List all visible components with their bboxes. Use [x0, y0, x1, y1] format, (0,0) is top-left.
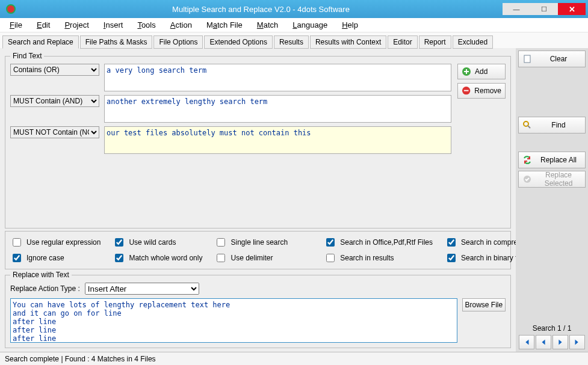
- tab-report[interactable]: Report: [419, 35, 451, 49]
- svg-point-4: [524, 121, 528, 126]
- window-title: Multiple Search and Replace V2.0 - 4dots…: [19, 5, 503, 14]
- replace-all-button[interactable]: Replace All: [518, 152, 586, 168]
- cb-ignore-case[interactable]: Ignore case: [10, 252, 101, 264]
- nav-first-button[interactable]: [519, 335, 534, 349]
- clear-button[interactable]: Clear: [518, 51, 586, 67]
- tab-file-paths[interactable]: File Paths & Masks: [80, 35, 153, 49]
- close-button[interactable]: ✕: [558, 3, 586, 15]
- replace-group: Replace with Text Replace Action Type : …: [5, 271, 511, 348]
- check-icon: [522, 174, 532, 184]
- nav-next-button[interactable]: [552, 335, 568, 349]
- replace-text[interactable]: [10, 298, 457, 343]
- nav-last-button[interactable]: [569, 335, 585, 349]
- nav-prev-button[interactable]: [536, 335, 551, 349]
- tab-results[interactable]: Results: [274, 35, 309, 49]
- maximize-button[interactable]: ☐: [530, 3, 558, 15]
- menu-help[interactable]: Help: [336, 19, 364, 31]
- menu-project[interactable]: Project: [58, 19, 94, 31]
- tab-excluded[interactable]: Excluded: [453, 35, 493, 49]
- minus-icon: [462, 86, 471, 96]
- cb-search-office[interactable]: Search in Office,Pdf,Rtf Files: [324, 236, 433, 248]
- tab-search-replace[interactable]: Search and Replace: [2, 35, 79, 49]
- menu-tools[interactable]: Tools: [131, 19, 161, 31]
- menu-file[interactable]: File: [4, 19, 28, 31]
- menu-matchfile[interactable]: Match File: [200, 19, 249, 31]
- svg-point-0: [7, 5, 15, 13]
- cb-whole-word[interactable]: Match whole word only: [113, 252, 202, 264]
- status-text: Search complete | Found : 4 Matches in 4…: [5, 355, 156, 363]
- replace-legend: Replace with Text: [10, 271, 72, 279]
- menu-insert[interactable]: Insert: [97, 19, 129, 31]
- replace-selected-button[interactable]: Replace Selected: [518, 171, 586, 188]
- find-text-legend: Find Text: [10, 52, 44, 60]
- menu-match[interactable]: Match: [251, 19, 284, 31]
- menu-action[interactable]: Action: [164, 19, 198, 31]
- find-text-3[interactable]: [104, 126, 451, 154]
- find-text-1[interactable]: [104, 64, 451, 91]
- menubar: File Edit Project Insert Tools Action Ma…: [0, 18, 588, 32]
- search-counter: Search 1 / 1: [518, 324, 586, 333]
- window-controls: — ☐ ✕: [503, 3, 586, 15]
- minimize-button[interactable]: —: [503, 3, 530, 15]
- tab-file-options[interactable]: File Options: [153, 35, 203, 49]
- match-mode-1[interactable]: Contains (OR): [10, 64, 99, 76]
- app-icon: [6, 4, 16, 14]
- replace-action-label: Replace Action Type :: [10, 284, 80, 293]
- menu-language[interactable]: Language: [286, 19, 333, 31]
- page-icon: [522, 54, 532, 64]
- cb-search-results[interactable]: Search in results: [324, 252, 433, 264]
- browse-file-button[interactable]: Browse File: [462, 298, 506, 311]
- add-button[interactable]: Add: [457, 64, 506, 79]
- menu-edit[interactable]: Edit: [31, 19, 56, 31]
- find-button[interactable]: Find: [518, 117, 586, 133]
- match-mode-3[interactable]: MUST NOT Contain (NO: [10, 126, 99, 138]
- tab-editor[interactable]: Editor: [388, 35, 417, 49]
- cb-use-wildcards[interactable]: Use wild cards: [113, 236, 202, 248]
- cb-search-binary[interactable]: Search in binary files: [445, 252, 516, 264]
- plus-icon: [462, 67, 471, 76]
- tabstrip: Search and Replace File Paths & Masks Fi…: [0, 32, 588, 48]
- find-text-group: Find Text Contains (OR) MUST Contain (AN…: [5, 52, 511, 229]
- cb-use-regex[interactable]: Use regular expression: [10, 236, 101, 248]
- match-mode-2[interactable]: MUST Contain (AND): [10, 95, 99, 107]
- remove-button[interactable]: Remove: [457, 83, 506, 99]
- replace-icon: [522, 155, 532, 165]
- magnifier-icon: [522, 120, 532, 130]
- right-panel: Clear Find Replace All Replace Selected …: [516, 48, 588, 352]
- cb-search-compressed[interactable]: Search in compressed archives: [445, 236, 516, 248]
- titlebar: Multiple Search and Replace V2.0 - 4dots…: [0, 0, 588, 18]
- content-pane: Find Text Contains (OR) MUST Contain (AN…: [0, 48, 516, 352]
- svg-rect-3: [524, 55, 530, 63]
- cb-use-delimiter[interactable]: Use delimiter: [214, 252, 288, 264]
- cb-single-line[interactable]: Single line search: [214, 236, 288, 248]
- search-nav: Search 1 / 1: [518, 324, 586, 349]
- replace-action-select[interactable]: Insert After: [85, 283, 199, 295]
- find-text-2[interactable]: [104, 95, 451, 123]
- tab-results-context[interactable]: Results with Context: [310, 35, 386, 49]
- statusbar: Search complete | Found : 4 Matches in 4…: [0, 352, 588, 365]
- tab-extended-options[interactable]: Extended Options: [204, 35, 272, 49]
